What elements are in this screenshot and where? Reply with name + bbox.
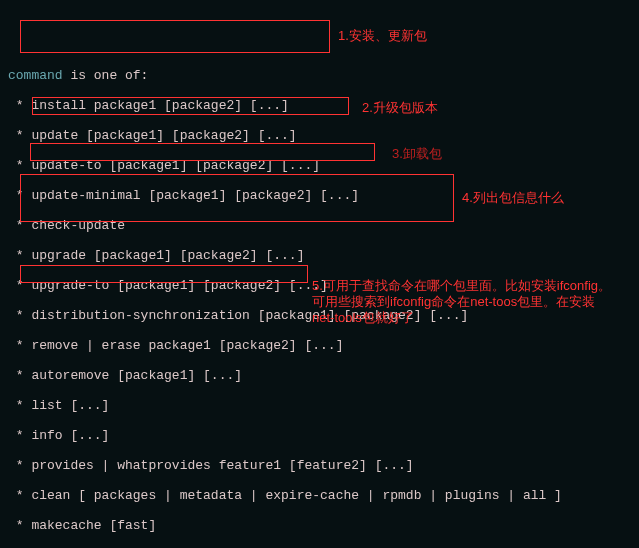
header-rest: is one of: [63, 68, 149, 83]
cmd-line: * upgrade [package1] [package2] [...] [8, 248, 639, 263]
cmd-line: * remove | erase package1 [package2] [..… [8, 338, 639, 353]
highlight-box-5 [20, 265, 308, 283]
header-line: command is one of: [8, 68, 639, 83]
cmd-line: * list [...] [8, 398, 639, 413]
highlight-box-2 [32, 97, 349, 115]
cmd-line: * info [...] [8, 428, 639, 443]
annotation-5: 5.可用于查找命令在哪个包里面。比如安装ifconfig。可用些搜索到ifcon… [312, 278, 612, 326]
annotation-1: 1.安装、更新包 [338, 28, 427, 44]
highlight-box-3 [30, 143, 375, 161]
highlight-box-4 [20, 174, 454, 222]
command-keyword: command [8, 68, 63, 83]
annotation-2: 2.升级包版本 [362, 100, 438, 116]
highlight-box-1 [20, 20, 330, 53]
cmd-line: * provides | whatprovides feature1 [feat… [8, 458, 639, 473]
annotation-4: 4.列出包信息什么 [462, 190, 564, 206]
cmd-line: * makecache [fast] [8, 518, 639, 533]
annotation-3: 3.卸载包 [392, 146, 442, 162]
cmd-line: * update [package1] [package2] [...] [8, 128, 639, 143]
cmd-line: * clean [ packages | metadata | expire-c… [8, 488, 639, 503]
cmd-line: * autoremove [package1] [...] [8, 368, 639, 383]
